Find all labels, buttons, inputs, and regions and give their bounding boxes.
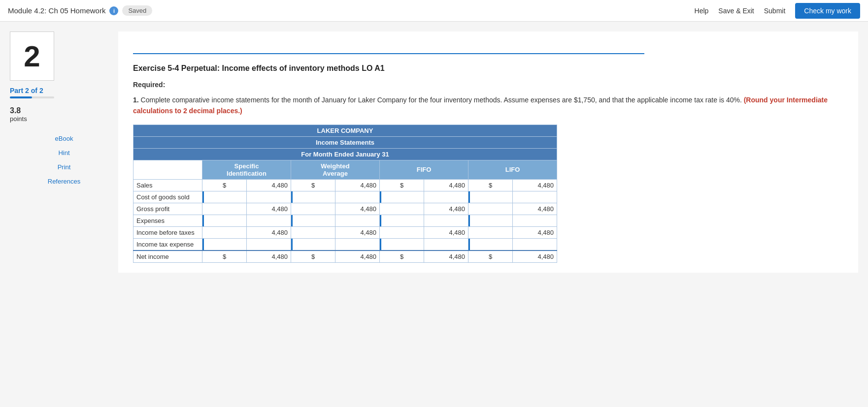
value-cell-0-1: 4,480 [335, 179, 380, 191]
col1-header: Specific Identification [202, 160, 291, 179]
row-label-4: Income before taxes [134, 226, 202, 238]
top-bar-right: Help Save & Exit Submit Check my work [695, 3, 860, 19]
row-label-3: Expenses [134, 215, 202, 226]
ebook-link[interactable]: eBook [10, 132, 118, 145]
col4-header: LIFO [468, 160, 557, 179]
editable-input-1-2[interactable] [424, 191, 468, 203]
editable-input-5-1[interactable] [335, 238, 380, 250]
value-cell-6-3: 4,480 [513, 250, 557, 263]
required-label: Required: [133, 81, 843, 89]
value-cell-2-0: 4,480 [247, 203, 291, 215]
value-cell-2-2: 4,480 [424, 203, 468, 215]
value-cell-6-2: 4,480 [424, 250, 468, 263]
print-link[interactable]: Print [10, 161, 118, 173]
value-cell-0-2: 4,480 [424, 179, 468, 191]
part-progress-bar [10, 96, 54, 98]
value-cell-6-0: 4,480 [247, 250, 291, 263]
left-panel: 2 Part 2 of 2 3.8 points eBook Hint Prin… [10, 31, 118, 273]
content-area: Exercise 5-4 Perpetual: Income effects o… [118, 31, 858, 273]
check-my-work-button[interactable]: Check my work [795, 3, 860, 19]
question-number-inline: 1. [133, 96, 139, 104]
value-prefix-4-3 [468, 226, 513, 238]
cell-input-3-1[interactable] [337, 217, 377, 224]
value-prefix-2-1 [291, 203, 335, 215]
cell-input-3-0[interactable] [249, 217, 288, 224]
editable-input-1-1[interactable] [335, 191, 380, 203]
help-link[interactable]: Help [695, 7, 709, 15]
value-prefix-4-1 [291, 226, 335, 238]
row-label-2: Gross profit [134, 203, 202, 215]
cell-input-5-2[interactable] [426, 241, 466, 248]
value-prefix-2-2 [380, 203, 424, 215]
editable-prefix-3-1 [291, 215, 335, 226]
part-label: Part 2 of 2 [10, 87, 118, 94]
editable-input-5-2[interactable] [424, 238, 468, 250]
income-table: LAKER COMPANY Income Statements For Mont… [133, 125, 557, 263]
editable-input-1-3[interactable] [513, 191, 557, 203]
part-progress-fill [10, 96, 32, 98]
sidebar-links: eBook Hint Print References [10, 132, 118, 188]
question-number: 2 [24, 39, 40, 73]
editable-prefix-5-0 [202, 238, 247, 250]
value-prefix-2-3 [468, 203, 513, 215]
editable-prefix-3-2 [380, 215, 424, 226]
value-prefix-2-0 [202, 203, 247, 215]
editable-prefix-1-2 [380, 191, 424, 203]
cell-input-1-0[interactable] [249, 193, 288, 201]
cell-input-1-3[interactable] [515, 193, 554, 201]
editable-prefix-3-0 [202, 215, 247, 226]
cell-input-1-1[interactable] [337, 193, 377, 201]
editable-input-3-0[interactable] [247, 215, 291, 226]
points-value: 3.8 [10, 106, 118, 115]
cell-input-5-3[interactable] [515, 241, 554, 248]
value-cell-0-0: 4,480 [247, 179, 291, 191]
cell-input-3-2[interactable] [426, 217, 466, 224]
col2-header: Weighted Average [291, 160, 380, 179]
value-cell-4-0: 4,480 [247, 226, 291, 238]
info-icon[interactable]: i [109, 6, 118, 15]
editable-input-5-0[interactable] [247, 238, 291, 250]
editable-input-3-2[interactable] [424, 215, 468, 226]
value-cell-6-1: 4,480 [335, 250, 380, 263]
editable-input-1-0[interactable] [247, 191, 291, 203]
top-bar-left: Module 4.2: Ch 05 Homework i Saved [8, 5, 152, 16]
references-link[interactable]: References [10, 175, 118, 188]
cell-input-1-2[interactable] [426, 193, 466, 201]
question-body: Complete comparative income statements f… [141, 96, 742, 104]
editable-input-3-3[interactable] [513, 215, 557, 226]
value-prefix-0-3: $ [468, 179, 513, 191]
hint-link[interactable]: Hint [10, 147, 118, 159]
question-text: 1. Complete comparative income statement… [133, 94, 843, 117]
col3-header: FIFO [380, 160, 468, 179]
editable-prefix-5-2 [380, 238, 424, 250]
points-label: points [10, 115, 118, 123]
value-cell-0-3: 4,480 [513, 179, 557, 191]
editable-prefix-1-3 [468, 191, 513, 203]
cell-input-3-3[interactable] [515, 217, 554, 224]
editable-prefix-1-1 [291, 191, 335, 203]
row-label-1: Cost of goods sold [134, 191, 202, 203]
value-prefix-0-0: $ [202, 179, 247, 191]
top-bar: Module 4.2: Ch 05 Homework i Saved Help … [0, 0, 868, 22]
answer-input[interactable] [133, 41, 644, 54]
statement-title-header: Income Statements [134, 136, 557, 148]
row-label-0: Sales [134, 179, 202, 191]
editable-input-5-3[interactable] [513, 238, 557, 250]
submit-link[interactable]: Submit [764, 7, 786, 15]
income-table-wrapper: LAKER COMPANY Income Statements For Mont… [133, 125, 843, 263]
main-content: 2 Part 2 of 2 3.8 points eBook Hint Prin… [0, 22, 868, 282]
period-header: For Month Ended January 31 [134, 148, 557, 160]
value-cell-4-2: 4,480 [424, 226, 468, 238]
value-cell-4-3: 4,480 [513, 226, 557, 238]
value-prefix-0-2: $ [380, 179, 424, 191]
cell-input-5-0[interactable] [249, 241, 288, 248]
saved-badge: Saved [122, 5, 152, 16]
editable-prefix-1-0 [202, 191, 247, 203]
cell-input-5-1[interactable] [337, 241, 377, 248]
save-exit-link[interactable]: Save & Exit [718, 7, 754, 15]
exercise-title: Exercise 5-4 Perpetual: Income effects o… [133, 64, 843, 73]
editable-input-3-1[interactable] [335, 215, 380, 226]
value-prefix-6-3: $ [468, 250, 513, 263]
editable-prefix-3-3 [468, 215, 513, 226]
editable-prefix-5-1 [291, 238, 335, 250]
